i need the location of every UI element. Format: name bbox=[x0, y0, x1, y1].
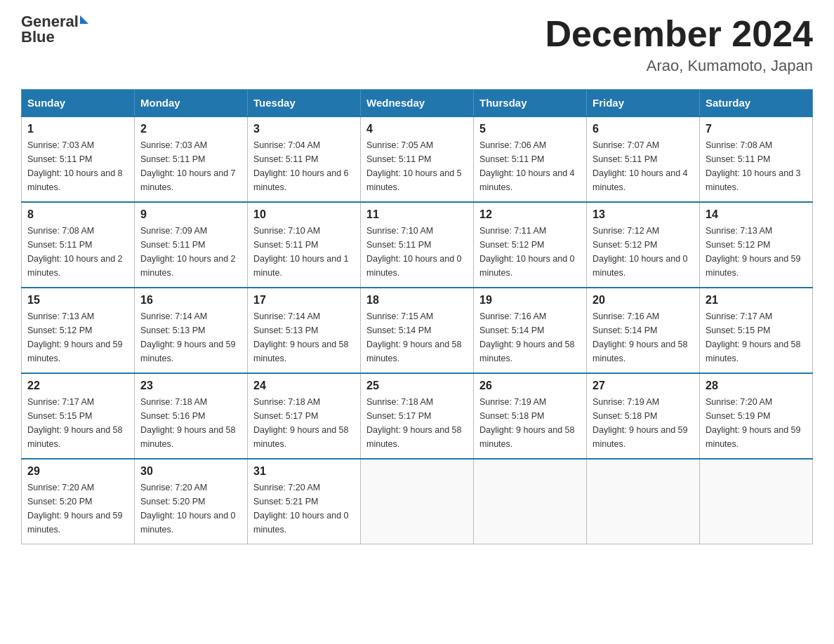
calendar-cell: 27Sunrise: 7:19 AMSunset: 5:18 PMDayligh… bbox=[587, 373, 700, 459]
day-number: 27 bbox=[593, 380, 694, 392]
day-info: Sunrise: 7:20 AMSunset: 5:20 PMDaylight:… bbox=[140, 481, 241, 537]
day-number: 22 bbox=[27, 380, 128, 392]
day-info: Sunrise: 7:14 AMSunset: 5:13 PMDaylight:… bbox=[253, 309, 355, 365]
day-number: 18 bbox=[366, 294, 468, 307]
day-info: Sunrise: 7:18 AMSunset: 5:17 PMDaylight:… bbox=[366, 395, 468, 451]
day-number: 20 bbox=[593, 294, 694, 307]
day-info: Sunrise: 7:16 AMSunset: 5:14 PMDaylight:… bbox=[593, 309, 694, 365]
day-number: 24 bbox=[253, 380, 355, 392]
calendar-cell: 29Sunrise: 7:20 AMSunset: 5:20 PMDayligh… bbox=[22, 459, 135, 544]
day-number: 2 bbox=[140, 123, 241, 135]
day-info: Sunrise: 7:10 AMSunset: 5:11 PMDaylight:… bbox=[366, 224, 468, 280]
day-number: 28 bbox=[706, 380, 807, 392]
day-number: 5 bbox=[479, 123, 581, 135]
day-info: Sunrise: 7:03 AMSunset: 5:11 PMDaylight:… bbox=[27, 138, 128, 194]
day-number: 30 bbox=[140, 465, 241, 478]
day-number: 23 bbox=[140, 380, 241, 392]
page-header: General Blue December 2024 Arao, Kumamot… bbox=[21, 14, 813, 75]
calendar-cell: 31Sunrise: 7:20 AMSunset: 5:21 PMDayligh… bbox=[248, 459, 361, 544]
calendar-week-row: 29Sunrise: 7:20 AMSunset: 5:20 PMDayligh… bbox=[22, 459, 813, 544]
col-header-sunday: Sunday bbox=[22, 90, 135, 117]
calendar-cell: 15Sunrise: 7:13 AMSunset: 5:12 PMDayligh… bbox=[22, 288, 135, 373]
calendar-cell: 16Sunrise: 7:14 AMSunset: 5:13 PMDayligh… bbox=[135, 288, 248, 373]
calendar-cell: 14Sunrise: 7:13 AMSunset: 5:12 PMDayligh… bbox=[700, 202, 813, 288]
calendar-week-row: 22Sunrise: 7:17 AMSunset: 5:15 PMDayligh… bbox=[22, 373, 813, 459]
calendar-cell: 10Sunrise: 7:10 AMSunset: 5:11 PMDayligh… bbox=[248, 202, 361, 288]
day-info: Sunrise: 7:09 AMSunset: 5:11 PMDaylight:… bbox=[140, 224, 241, 280]
calendar-cell: 30Sunrise: 7:20 AMSunset: 5:20 PMDayligh… bbox=[135, 459, 248, 544]
title-block: December 2024 Arao, Kumamoto, Japan bbox=[545, 14, 813, 75]
calendar-cell: 25Sunrise: 7:18 AMSunset: 5:17 PMDayligh… bbox=[361, 373, 474, 459]
location: Arao, Kumamoto, Japan bbox=[545, 57, 813, 75]
day-number: 9 bbox=[140, 208, 241, 221]
calendar-table: SundayMondayTuesdayWednesdayThursdayFrid… bbox=[21, 89, 813, 544]
calendar-cell: 13Sunrise: 7:12 AMSunset: 5:12 PMDayligh… bbox=[587, 202, 700, 288]
day-info: Sunrise: 7:18 AMSunset: 5:17 PMDaylight:… bbox=[253, 395, 355, 451]
day-number: 31 bbox=[253, 465, 355, 478]
day-info: Sunrise: 7:07 AMSunset: 5:11 PMDaylight:… bbox=[593, 138, 694, 194]
day-info: Sunrise: 7:03 AMSunset: 5:11 PMDaylight:… bbox=[140, 138, 241, 194]
day-info: Sunrise: 7:08 AMSunset: 5:11 PMDaylight:… bbox=[27, 224, 128, 280]
day-number: 17 bbox=[253, 294, 355, 307]
col-header-friday: Friday bbox=[587, 90, 700, 117]
calendar-week-row: 8Sunrise: 7:08 AMSunset: 5:11 PMDaylight… bbox=[22, 202, 813, 288]
day-number: 16 bbox=[140, 294, 241, 307]
day-info: Sunrise: 7:13 AMSunset: 5:12 PMDaylight:… bbox=[706, 224, 807, 280]
calendar-cell bbox=[361, 459, 474, 544]
day-number: 26 bbox=[479, 380, 581, 392]
day-info: Sunrise: 7:17 AMSunset: 5:15 PMDaylight:… bbox=[706, 309, 807, 365]
day-number: 11 bbox=[366, 208, 468, 221]
col-header-tuesday: Tuesday bbox=[248, 90, 361, 117]
day-number: 14 bbox=[706, 208, 807, 221]
logo-blue: Blue bbox=[21, 28, 55, 46]
day-info: Sunrise: 7:14 AMSunset: 5:13 PMDaylight:… bbox=[140, 309, 241, 365]
day-number: 1 bbox=[27, 123, 128, 135]
calendar-cell: 4Sunrise: 7:05 AMSunset: 5:11 PMDaylight… bbox=[361, 116, 474, 202]
month-title: December 2024 bbox=[545, 14, 813, 54]
day-info: Sunrise: 7:06 AMSunset: 5:11 PMDaylight:… bbox=[479, 138, 581, 194]
calendar-cell: 23Sunrise: 7:18 AMSunset: 5:16 PMDayligh… bbox=[135, 373, 248, 459]
calendar-week-row: 15Sunrise: 7:13 AMSunset: 5:12 PMDayligh… bbox=[22, 288, 813, 373]
calendar-header-row: SundayMondayTuesdayWednesdayThursdayFrid… bbox=[22, 90, 813, 117]
day-info: Sunrise: 7:20 AMSunset: 5:21 PMDaylight:… bbox=[253, 481, 355, 537]
day-info: Sunrise: 7:19 AMSunset: 5:18 PMDaylight:… bbox=[479, 395, 581, 451]
calendar-cell: 5Sunrise: 7:06 AMSunset: 5:11 PMDaylight… bbox=[474, 116, 587, 202]
day-info: Sunrise: 7:19 AMSunset: 5:18 PMDaylight:… bbox=[593, 395, 694, 451]
day-info: Sunrise: 7:20 AMSunset: 5:19 PMDaylight:… bbox=[706, 395, 807, 451]
day-number: 8 bbox=[27, 208, 128, 221]
logo-arrow-icon bbox=[80, 15, 88, 24]
col-header-saturday: Saturday bbox=[700, 90, 813, 117]
day-info: Sunrise: 7:18 AMSunset: 5:16 PMDaylight:… bbox=[140, 395, 241, 451]
calendar-cell: 18Sunrise: 7:15 AMSunset: 5:14 PMDayligh… bbox=[361, 288, 474, 373]
day-number: 7 bbox=[706, 123, 807, 135]
calendar-cell: 7Sunrise: 7:08 AMSunset: 5:11 PMDaylight… bbox=[700, 116, 813, 202]
day-number: 6 bbox=[593, 123, 694, 135]
day-number: 13 bbox=[593, 208, 694, 221]
day-number: 29 bbox=[27, 465, 128, 478]
day-info: Sunrise: 7:13 AMSunset: 5:12 PMDaylight:… bbox=[27, 309, 128, 365]
calendar-cell: 20Sunrise: 7:16 AMSunset: 5:14 PMDayligh… bbox=[587, 288, 700, 373]
day-info: Sunrise: 7:10 AMSunset: 5:11 PMDaylight:… bbox=[253, 224, 355, 280]
calendar-cell: 3Sunrise: 7:04 AMSunset: 5:11 PMDaylight… bbox=[248, 116, 361, 202]
col-header-thursday: Thursday bbox=[474, 90, 587, 117]
calendar-cell: 26Sunrise: 7:19 AMSunset: 5:18 PMDayligh… bbox=[474, 373, 587, 459]
calendar-week-row: 1Sunrise: 7:03 AMSunset: 5:11 PMDaylight… bbox=[22, 116, 813, 202]
calendar-cell: 22Sunrise: 7:17 AMSunset: 5:15 PMDayligh… bbox=[22, 373, 135, 459]
day-info: Sunrise: 7:16 AMSunset: 5:14 PMDaylight:… bbox=[479, 309, 581, 365]
day-info: Sunrise: 7:12 AMSunset: 5:12 PMDaylight:… bbox=[593, 224, 694, 280]
day-number: 21 bbox=[706, 294, 807, 307]
day-number: 3 bbox=[253, 123, 355, 135]
day-number: 15 bbox=[27, 294, 128, 307]
day-info: Sunrise: 7:20 AMSunset: 5:20 PMDaylight:… bbox=[27, 481, 128, 537]
calendar-cell: 6Sunrise: 7:07 AMSunset: 5:11 PMDaylight… bbox=[587, 116, 700, 202]
day-number: 25 bbox=[366, 380, 468, 392]
day-info: Sunrise: 7:17 AMSunset: 5:15 PMDaylight:… bbox=[27, 395, 128, 451]
calendar-cell: 12Sunrise: 7:11 AMSunset: 5:12 PMDayligh… bbox=[474, 202, 587, 288]
col-header-monday: Monday bbox=[135, 90, 248, 117]
day-info: Sunrise: 7:05 AMSunset: 5:11 PMDaylight:… bbox=[366, 138, 468, 194]
calendar-cell: 9Sunrise: 7:09 AMSunset: 5:11 PMDaylight… bbox=[135, 202, 248, 288]
day-info: Sunrise: 7:04 AMSunset: 5:11 PMDaylight:… bbox=[253, 138, 355, 194]
day-number: 4 bbox=[366, 123, 468, 135]
logo: General Blue bbox=[21, 14, 88, 45]
calendar-cell: 2Sunrise: 7:03 AMSunset: 5:11 PMDaylight… bbox=[135, 116, 248, 202]
